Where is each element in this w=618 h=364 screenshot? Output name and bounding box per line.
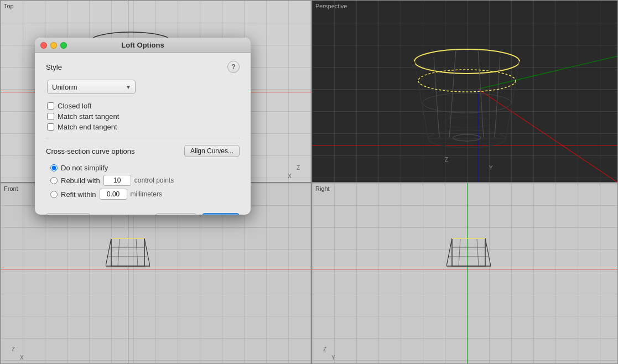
axis-z-label: Z xyxy=(297,165,300,171)
closed-loft-checkbox[interactable] xyxy=(47,102,54,110)
do-not-simplify-row[interactable]: Do not simplify xyxy=(50,164,240,172)
svg-point-14 xyxy=(423,93,511,113)
style-row: Style ? xyxy=(46,61,240,73)
dialog-overlay: Loft Options Style ? Uniform Loose Tight xyxy=(35,38,251,215)
rebuild-with-row[interactable]: Rebuild with control points xyxy=(50,175,240,186)
svg-line-7 xyxy=(414,61,428,139)
match-start-checkbox[interactable] xyxy=(47,113,54,120)
dialog-title: Loft Options xyxy=(121,41,164,49)
svg-line-22 xyxy=(118,238,120,266)
help-button[interactable]: ? xyxy=(227,61,240,73)
dialog-body: Style ? Uniform Loose Tight Straight sec… xyxy=(35,53,251,207)
rebuild-with-radio[interactable] xyxy=(50,177,58,184)
svg-line-2 xyxy=(478,89,617,182)
do-not-simplify-label: Do not simplify xyxy=(61,164,108,172)
svg-line-29 xyxy=(485,238,491,266)
refit-value-input[interactable] xyxy=(100,189,127,200)
front-shape xyxy=(106,238,150,272)
button-group: Cancel Loft xyxy=(155,213,240,215)
front-x-label: X xyxy=(20,355,24,361)
viewport-front-label: Front xyxy=(4,185,18,192)
svg-point-16 xyxy=(453,134,481,141)
closed-loft-label: Closed loft xyxy=(58,102,91,110)
control-points-label: control points xyxy=(134,176,174,184)
cross-section-label: Cross-section curve options xyxy=(46,147,134,155)
right-shape xyxy=(446,238,491,272)
viewport-right-label: Right xyxy=(315,185,330,192)
dialog-titlebar: Loft Options xyxy=(35,38,251,53)
front-axis-x xyxy=(1,269,311,269)
y-axis-label-p: Y xyxy=(489,165,493,171)
loft-options-dialog: Loft Options Style ? Uniform Loose Tight xyxy=(35,38,251,215)
viewport-perspective-label: Perspective xyxy=(315,3,347,9)
right-axis-y xyxy=(467,183,468,363)
style-select-wrapper: Uniform Loose Tight Straight sections De… xyxy=(47,80,136,94)
refit-within-row[interactable]: Refit within millimeters xyxy=(50,189,240,200)
match-end-checkbox-row[interactable]: Match end tangent xyxy=(47,123,240,131)
maximize-button[interactable] xyxy=(60,42,67,49)
refit-within-radio[interactable] xyxy=(50,191,58,198)
match-end-label: Match end tangent xyxy=(58,123,117,131)
style-select[interactable]: Uniform Loose Tight Straight sections De… xyxy=(47,80,136,94)
svg-rect-18 xyxy=(111,238,144,266)
z-axis-label-p: Z xyxy=(445,157,448,163)
traffic-lights xyxy=(40,42,67,49)
viewport-perspective[interactable]: Z Y Perspective xyxy=(311,0,618,183)
dialog-footer: Preview Cancel Loft xyxy=(35,207,251,215)
checkboxes-group: Closed loft Match start tangent Match en… xyxy=(47,102,240,131)
viewport-right[interactable]: Z Y Right xyxy=(311,183,618,364)
svg-line-32 xyxy=(477,238,479,266)
style-select-container: Uniform Loose Tight Straight sections De… xyxy=(47,80,240,94)
align-curves-button[interactable]: Align Curves... xyxy=(184,145,240,157)
viewport-grid: Z X Top xyxy=(0,0,618,364)
cancel-button[interactable]: Cancel xyxy=(155,213,196,215)
svg-line-20 xyxy=(144,238,150,266)
minimize-button[interactable] xyxy=(50,42,57,49)
svg-line-31 xyxy=(459,238,460,266)
front-z-label: Z xyxy=(12,346,15,352)
rebuild-with-label: Rebuild with xyxy=(61,176,100,185)
match-start-label: Match start tangent xyxy=(58,112,119,121)
refit-within-label: Refit within xyxy=(61,190,96,199)
perspective-axes xyxy=(312,1,617,182)
svg-line-23 xyxy=(136,238,138,266)
svg-line-19 xyxy=(106,238,111,266)
radio-options-group: Do not simplify Rebuild with control poi… xyxy=(50,164,240,200)
match-start-checkbox-row[interactable]: Match start tangent xyxy=(47,112,240,121)
do-not-simplify-radio[interactable] xyxy=(50,164,58,171)
cross-section-header: Cross-section curve options Align Curves… xyxy=(46,145,240,157)
svg-line-28 xyxy=(446,238,452,266)
viewport-top-label: Top xyxy=(4,3,14,9)
svg-point-4 xyxy=(414,49,520,74)
style-label: Style xyxy=(46,63,62,71)
rebuild-value-input[interactable] xyxy=(103,175,131,186)
preview-button[interactable]: Preview xyxy=(46,213,90,215)
svg-line-9 xyxy=(434,57,439,138)
axis-x-label-tl: X xyxy=(288,173,292,179)
loft-button[interactable]: Loft xyxy=(202,213,240,215)
divider xyxy=(46,138,240,138)
match-end-checkbox[interactable] xyxy=(47,123,54,131)
millimeters-label: millimeters xyxy=(131,190,162,198)
right-z-label: Z xyxy=(323,346,326,352)
svg-line-10 xyxy=(495,57,500,138)
svg-line-8 xyxy=(506,61,520,139)
close-button[interactable] xyxy=(40,42,47,49)
svg-rect-27 xyxy=(452,238,485,266)
closed-loft-checkbox-row[interactable]: Closed loft xyxy=(47,102,240,110)
right-y-label: Y xyxy=(331,355,335,361)
